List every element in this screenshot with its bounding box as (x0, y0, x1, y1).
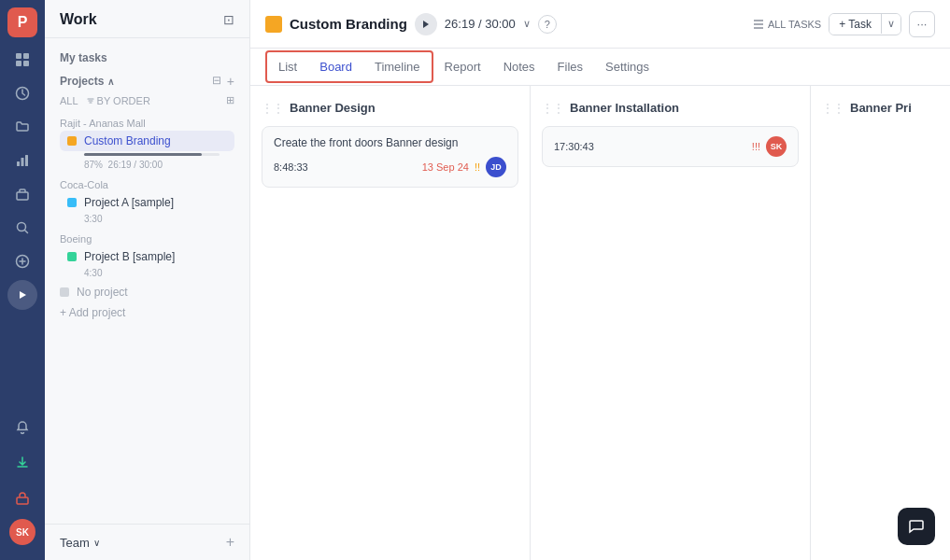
project-progress-wrap (60, 152, 234, 158)
board-column-banner-installation: ⋮⋮ Banner Installation 17:30:43 !!! SK (531, 86, 811, 560)
progress-bar-bg (84, 153, 220, 156)
column-drag-icon: ⋮⋮ (262, 102, 284, 115)
column-header-banner-design: ⋮⋮ Banner Design (262, 101, 518, 115)
svg-rect-0 (16, 53, 21, 59)
client-name-coca-cola: Coca-Cola (60, 179, 234, 190)
filter-icon[interactable]: ⊟ (212, 74, 221, 89)
sidebar-layout-icon[interactable]: ⊡ (223, 12, 234, 27)
shop-icon[interactable] (7, 483, 37, 513)
download-icon[interactable] (7, 448, 37, 478)
projects-label: Projects (60, 75, 104, 88)
task-btn-arrow[interactable]: ∨ (881, 14, 900, 34)
tab-list[interactable]: List (267, 52, 308, 81)
help-button[interactable]: ? (538, 15, 557, 34)
sidebar-footer: Team ∨ + (45, 524, 249, 560)
svg-rect-7 (25, 155, 28, 166)
project-name-b: Project B [sample] (84, 250, 227, 263)
sidebar-extra-icon[interactable]: ⊞ (226, 94, 234, 106)
layout-icon[interactable] (7, 45, 37, 75)
client-name-boeing: Boeing (60, 233, 234, 245)
team-section[interactable]: Team ∨ (60, 536, 100, 550)
project-item-project-a[interactable]: Project A [sample] (60, 192, 234, 213)
add-icon[interactable] (7, 246, 37, 276)
svg-rect-6 (21, 158, 24, 166)
play-button[interactable] (415, 13, 437, 35)
search-icon[interactable] (7, 213, 37, 243)
svg-rect-2 (16, 61, 21, 66)
column-drag-icon: ⋮⋮ (542, 102, 564, 115)
chat-fab-button[interactable] (898, 508, 935, 545)
column-header-banner-installation: ⋮⋮ Banner Installation (542, 101, 799, 115)
tabs-row: List Board Timeline Report Notes Files S… (250, 49, 950, 86)
progress-bar-fill (84, 153, 202, 156)
project-meta-b: 4:30 (60, 268, 234, 278)
add-team-icon[interactable]: + (226, 534, 234, 551)
project-name: Custom Branding (84, 134, 227, 147)
task-timer-install: 17:30:43 (554, 141, 594, 152)
user-avatar[interactable]: SK (9, 519, 35, 545)
task-timer: 8:48:33 (274, 161, 308, 173)
timer-display: 26:19 / 30:00 (445, 17, 516, 31)
chart-icon[interactable] (7, 146, 37, 175)
task-meta: 13 Sep 24 !! JD (422, 157, 506, 177)
task-btn-label: + Task (839, 18, 872, 31)
briefcase-icon[interactable] (7, 179, 37, 209)
task-priority-icon: !! (475, 161, 480, 173)
task-card-front-doors[interactable]: Create the front doors Banner design 8:4… (262, 126, 518, 188)
project-meta-custom-branding: 87% 26:19 / 30:00 (60, 160, 234, 170)
all-tasks-button[interactable]: ALL TASKS (753, 19, 821, 30)
icon-bar: P S (0, 0, 45, 560)
column-header-banner-pri: ⋮⋮ Banner Pri (822, 101, 950, 115)
tab-timeline[interactable]: Timeline (363, 52, 432, 81)
board-column-banner-pri: ⋮⋮ Banner Pri (811, 86, 950, 560)
tabs-highlighted-group: List Board Timeline (265, 50, 433, 83)
task-card-installation[interactable]: 17:30:43 !!! SK (542, 126, 799, 167)
filter-all[interactable]: ALL (60, 95, 78, 106)
add-project-icon[interactable]: + (227, 74, 234, 89)
client-group-boeing: Boeing Project B [sample] 4:30 (45, 228, 249, 278)
no-project-label: No project (77, 286, 128, 299)
app-logo[interactable]: P (7, 7, 37, 37)
add-task-button[interactable]: + Task ∨ (829, 13, 901, 35)
column-drag-icon: ⋮⋮ (822, 102, 844, 115)
projects-section: Projects ∧ ⊟ + (45, 68, 249, 92)
client-name-rajit: Rajit - Ananas Mall (60, 118, 234, 129)
client-group-coca-cola: Coca-Cola Project A [sample] 3:30 (45, 174, 249, 224)
task-btn-main[interactable]: + Task (829, 14, 881, 35)
col2-meta: !!! SK (752, 136, 787, 157)
folder-icon[interactable] (7, 112, 37, 142)
task-avatar: JD (486, 157, 506, 177)
play-timer-icon[interactable] (7, 280, 37, 310)
my-tasks-label: My tasks (45, 46, 249, 68)
board-column-banner-design: ⋮⋮ Banner Design Create the front doors … (250, 86, 531, 560)
team-label: Team (60, 536, 90, 550)
task-card-footer: 8:48:33 13 Sep 24 !! JD (274, 157, 506, 177)
project-dot (67, 252, 77, 261)
bell-icon[interactable] (7, 413, 37, 442)
add-project-row[interactable]: + Add project (45, 302, 249, 323)
chevron-down-icon: ∨ (93, 538, 100, 548)
sidebar: Work ⊡ My tasks Projects ∧ ⊟ + ALL BY OR… (45, 0, 250, 560)
more-options-button[interactable]: ··· (909, 11, 935, 37)
svg-rect-8 (17, 192, 28, 200)
no-project-item[interactable]: No project (45, 282, 249, 302)
filter-row: ALL BY ORDER ⊞ (45, 92, 249, 112)
tab-notes[interactable]: Notes (492, 52, 546, 83)
no-project-dot (60, 287, 69, 297)
add-project-label: + Add project (60, 306, 125, 319)
tab-files[interactable]: Files (546, 52, 594, 83)
project-dot (67, 198, 77, 207)
clock-icon[interactable] (7, 78, 37, 108)
tab-report[interactable]: Report (433, 52, 492, 83)
project-color-icon (265, 16, 282, 33)
sidebar-body: My tasks Projects ∧ ⊟ + ALL BY ORDER ⊞ R… (45, 38, 249, 524)
project-item-project-b[interactable]: Project B [sample] (60, 246, 234, 267)
tab-board[interactable]: Board (308, 52, 363, 81)
main-header-right: ALL TASKS + Task ∨ ··· (753, 11, 935, 37)
tab-settings[interactable]: Settings (594, 52, 660, 83)
project-dot (67, 136, 77, 146)
column-title-banner-pri: Banner Pri (850, 101, 912, 115)
timer-chevron-icon[interactable]: ∨ (523, 18, 531, 30)
project-item-custom-branding[interactable]: Custom Branding (60, 131, 234, 151)
filter-order[interactable]: BY ORDER (86, 95, 150, 106)
